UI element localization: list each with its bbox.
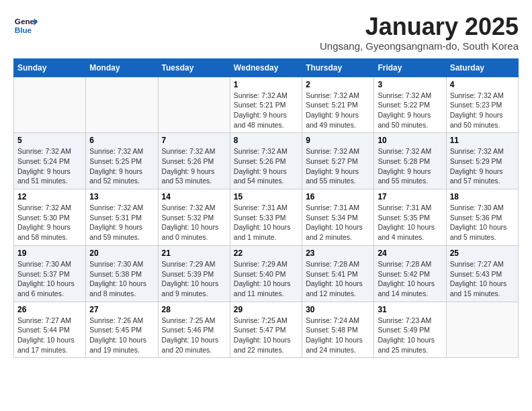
calendar-week-5: 26Sunrise: 7:27 AM Sunset: 5:44 PM Dayli… xyxy=(14,302,519,358)
calendar-cell: 20Sunrise: 7:30 AM Sunset: 5:38 PM Dayli… xyxy=(86,245,158,302)
calendar-cell: 3Sunrise: 7:32 AM Sunset: 5:22 PM Daylig… xyxy=(374,77,446,133)
day-number: 23 xyxy=(306,248,370,258)
weekday-header-monday: Monday xyxy=(86,58,158,77)
location-subtitle: Ungsang, Gyeongsangnam-do, South Korea xyxy=(320,40,519,52)
day-info: Sunrise: 7:24 AM Sunset: 5:48 PM Dayligh… xyxy=(306,316,370,355)
day-number: 9 xyxy=(306,136,370,145)
calendar-cell: 23Sunrise: 7:28 AM Sunset: 5:41 PM Dayli… xyxy=(302,245,374,302)
day-number: 4 xyxy=(450,80,515,89)
day-number: 13 xyxy=(89,192,154,201)
calendar-week-1: 1Sunrise: 7:32 AM Sunset: 5:21 PM Daylig… xyxy=(14,77,519,133)
day-info: Sunrise: 7:23 AM Sunset: 5:49 PM Dayligh… xyxy=(378,316,442,355)
calendar-cell: 1Sunrise: 7:32 AM Sunset: 5:21 PM Daylig… xyxy=(230,77,302,133)
day-number: 16 xyxy=(306,192,370,201)
day-info: Sunrise: 7:30 AM Sunset: 5:37 PM Dayligh… xyxy=(17,259,82,299)
calendar-cell: 12Sunrise: 7:32 AM Sunset: 5:30 PM Dayli… xyxy=(14,189,86,246)
day-number: 25 xyxy=(450,248,515,258)
calendar-cell: 15Sunrise: 7:31 AM Sunset: 5:33 PM Dayli… xyxy=(230,189,302,246)
day-info: Sunrise: 7:32 AM Sunset: 5:22 PM Dayligh… xyxy=(378,91,442,130)
day-info: Sunrise: 7:32 AM Sunset: 5:26 PM Dayligh… xyxy=(162,146,226,186)
calendar-table: SundayMondayTuesdayWednesdayThursdayFrid… xyxy=(13,58,519,359)
day-number: 12 xyxy=(17,192,82,201)
weekday-header-sunday: Sunday xyxy=(14,58,86,77)
day-info: Sunrise: 7:32 AM Sunset: 5:26 PM Dayligh… xyxy=(234,146,298,186)
calendar-cell: 8Sunrise: 7:32 AM Sunset: 5:26 PM Daylig… xyxy=(230,133,302,189)
calendar-cell: 16Sunrise: 7:31 AM Sunset: 5:34 PM Dayli… xyxy=(302,189,374,246)
day-info: Sunrise: 7:31 AM Sunset: 5:33 PM Dayligh… xyxy=(234,203,298,242)
calendar-cell: 17Sunrise: 7:31 AM Sunset: 5:35 PM Dayli… xyxy=(374,189,446,246)
day-number: 18 xyxy=(450,192,515,201)
day-info: Sunrise: 7:28 AM Sunset: 5:41 PM Dayligh… xyxy=(306,259,370,299)
weekday-header-thursday: Thursday xyxy=(302,58,374,77)
page-header: General Blue January 2025 Ungsang, Gyeon… xyxy=(13,13,519,52)
day-info: Sunrise: 7:32 AM Sunset: 5:31 PM Dayligh… xyxy=(89,203,154,242)
day-info: Sunrise: 7:30 AM Sunset: 5:36 PM Dayligh… xyxy=(450,203,515,242)
weekday-header-wednesday: Wednesday xyxy=(230,58,302,77)
day-number: 17 xyxy=(378,192,442,201)
day-number: 19 xyxy=(17,248,82,258)
day-number: 29 xyxy=(234,305,298,314)
svg-text:Blue: Blue xyxy=(15,26,32,34)
day-info: Sunrise: 7:31 AM Sunset: 5:34 PM Dayligh… xyxy=(306,203,370,242)
calendar-cell: 14Sunrise: 7:32 AM Sunset: 5:32 PM Dayli… xyxy=(158,189,230,246)
calendar-cell: 18Sunrise: 7:30 AM Sunset: 5:36 PM Dayli… xyxy=(446,189,518,246)
day-number: 1 xyxy=(234,80,298,89)
calendar-week-3: 12Sunrise: 7:32 AM Sunset: 5:30 PM Dayli… xyxy=(14,189,519,246)
day-info: Sunrise: 7:32 AM Sunset: 5:23 PM Dayligh… xyxy=(450,91,515,130)
day-info: Sunrise: 7:32 AM Sunset: 5:21 PM Dayligh… xyxy=(234,91,298,130)
day-info: Sunrise: 7:32 AM Sunset: 5:30 PM Dayligh… xyxy=(17,203,82,242)
day-info: Sunrise: 7:28 AM Sunset: 5:42 PM Dayligh… xyxy=(378,259,442,299)
calendar-week-4: 19Sunrise: 7:30 AM Sunset: 5:37 PM Dayli… xyxy=(14,245,519,302)
day-info: Sunrise: 7:29 AM Sunset: 5:39 PM Dayligh… xyxy=(162,259,226,299)
calendar-cell: 28Sunrise: 7:25 AM Sunset: 5:46 PM Dayli… xyxy=(158,302,230,358)
calendar-cell: 31Sunrise: 7:23 AM Sunset: 5:49 PM Dayli… xyxy=(374,302,446,358)
day-number: 21 xyxy=(162,248,226,258)
day-number: 8 xyxy=(234,136,298,145)
day-number: 20 xyxy=(89,248,154,258)
calendar-cell: 6Sunrise: 7:32 AM Sunset: 5:25 PM Daylig… xyxy=(86,133,158,189)
calendar-cell: 9Sunrise: 7:32 AM Sunset: 5:27 PM Daylig… xyxy=(302,133,374,189)
day-number: 2 xyxy=(306,80,370,89)
day-info: Sunrise: 7:32 AM Sunset: 5:24 PM Dayligh… xyxy=(17,146,82,186)
day-number: 31 xyxy=(378,305,442,314)
calendar-cell: 27Sunrise: 7:26 AM Sunset: 5:45 PM Dayli… xyxy=(86,302,158,358)
day-number: 6 xyxy=(89,136,154,145)
day-info: Sunrise: 7:25 AM Sunset: 5:47 PM Dayligh… xyxy=(234,316,298,355)
calendar-cell: 11Sunrise: 7:32 AM Sunset: 5:29 PM Dayli… xyxy=(446,133,518,189)
logo: General Blue xyxy=(13,13,38,38)
day-number: 10 xyxy=(378,136,442,145)
calendar-cell: 30Sunrise: 7:24 AM Sunset: 5:48 PM Dayli… xyxy=(302,302,374,358)
calendar-cell: 22Sunrise: 7:29 AM Sunset: 5:40 PM Dayli… xyxy=(230,245,302,302)
day-info: Sunrise: 7:25 AM Sunset: 5:46 PM Dayligh… xyxy=(162,316,226,355)
calendar-cell: 24Sunrise: 7:28 AM Sunset: 5:42 PM Dayli… xyxy=(374,245,446,302)
calendar-week-2: 5Sunrise: 7:32 AM Sunset: 5:24 PM Daylig… xyxy=(14,133,519,189)
day-number: 7 xyxy=(162,136,226,145)
calendar-cell: 21Sunrise: 7:29 AM Sunset: 5:39 PM Dayli… xyxy=(158,245,230,302)
weekday-header-saturday: Saturday xyxy=(446,58,518,77)
weekday-header-friday: Friday xyxy=(374,58,446,77)
day-info: Sunrise: 7:32 AM Sunset: 5:21 PM Dayligh… xyxy=(306,91,370,130)
month-title: January 2025 xyxy=(320,13,519,40)
day-info: Sunrise: 7:31 AM Sunset: 5:35 PM Dayligh… xyxy=(378,203,442,242)
logo-icon: General Blue xyxy=(13,13,38,38)
day-number: 30 xyxy=(306,305,370,314)
calendar-cell: 7Sunrise: 7:32 AM Sunset: 5:26 PM Daylig… xyxy=(158,133,230,189)
day-info: Sunrise: 7:32 AM Sunset: 5:32 PM Dayligh… xyxy=(162,203,226,242)
calendar-cell: 25Sunrise: 7:27 AM Sunset: 5:43 PM Dayli… xyxy=(446,245,518,302)
calendar-cell: 13Sunrise: 7:32 AM Sunset: 5:31 PM Dayli… xyxy=(86,189,158,246)
day-number: 5 xyxy=(17,136,82,145)
day-info: Sunrise: 7:32 AM Sunset: 5:28 PM Dayligh… xyxy=(378,146,442,186)
day-number: 27 xyxy=(89,305,154,314)
title-block: January 2025 Ungsang, Gyeongsangnam-do, … xyxy=(320,13,519,52)
day-number: 3 xyxy=(378,80,442,89)
calendar-cell: 29Sunrise: 7:25 AM Sunset: 5:47 PM Dayli… xyxy=(230,302,302,358)
calendar-cell: 5Sunrise: 7:32 AM Sunset: 5:24 PM Daylig… xyxy=(14,133,86,189)
day-number: 14 xyxy=(162,192,226,201)
day-info: Sunrise: 7:29 AM Sunset: 5:40 PM Dayligh… xyxy=(234,259,298,299)
day-info: Sunrise: 7:26 AM Sunset: 5:45 PM Dayligh… xyxy=(89,316,154,355)
day-number: 28 xyxy=(162,305,226,314)
calendar-cell: 4Sunrise: 7:32 AM Sunset: 5:23 PM Daylig… xyxy=(446,77,518,133)
day-number: 26 xyxy=(17,305,82,314)
calendar-cell xyxy=(158,77,230,133)
day-info: Sunrise: 7:32 AM Sunset: 5:25 PM Dayligh… xyxy=(89,146,154,186)
